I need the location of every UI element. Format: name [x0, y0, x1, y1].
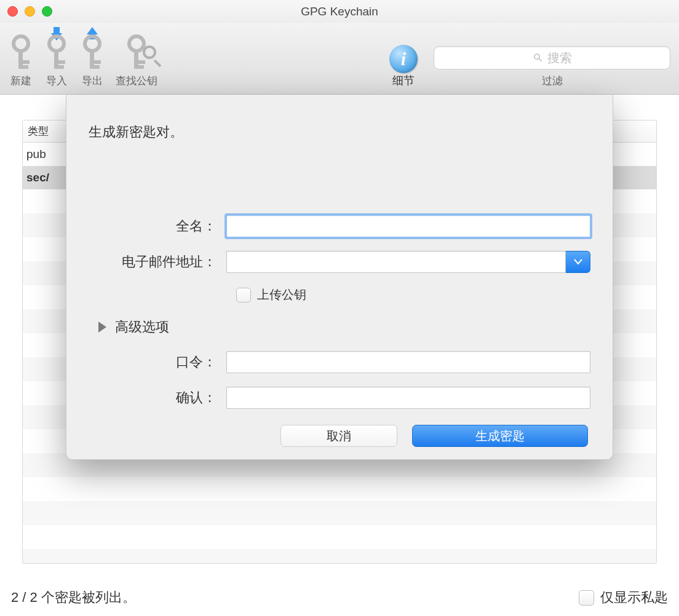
toolbar-filter-label: 过滤	[542, 74, 563, 88]
search-placeholder: 搜索	[547, 50, 572, 66]
window-close-button[interactable]	[7, 6, 18, 17]
upload-publickey-checkbox[interactable]	[236, 288, 251, 302]
cancel-button-label: 取消	[327, 428, 351, 444]
email-dropdown-button[interactable]	[566, 251, 590, 273]
confirm-input[interactable]	[226, 387, 590, 409]
disclosure-triangle-icon	[98, 322, 106, 333]
confirm-label: 确认：	[89, 389, 226, 407]
window-title: GPG Keychain	[0, 5, 679, 18]
search-icon	[533, 52, 544, 63]
email-label: 电子邮件地址：	[89, 253, 226, 271]
key-export-icon	[80, 34, 105, 69]
titlebar: GPG Keychain	[0, 0, 679, 23]
new-key-sheet: 生成新密匙对。 全名： 电子邮件地址： 上传公钥 高级选项 口令： 确认： 取消…	[66, 95, 613, 460]
only-private-checkbox[interactable]	[579, 590, 594, 606]
key-icon	[9, 34, 33, 69]
toolbar-export-label: 导出	[82, 74, 103, 88]
cell-type: sec/	[26, 171, 49, 184]
generate-button[interactable]: 生成密匙	[412, 425, 588, 447]
info-icon: i	[389, 45, 418, 73]
upload-publickey-label: 上传公钥	[257, 286, 306, 303]
toolbar-export-button[interactable]: 导出	[80, 31, 105, 88]
toolbar-import-label: 导入	[46, 74, 67, 88]
toolbar: 新建 导入 导出 查找公钥 i 细节 搜索 过滤	[0, 23, 679, 95]
toolbar-details-label: 细节	[392, 73, 415, 88]
passphrase-input[interactable]	[226, 351, 590, 373]
advanced-disclosure[interactable]: 高级选项	[98, 318, 590, 336]
window-zoom-button[interactable]	[42, 6, 52, 17]
toolbar-find-button[interactable]: 查找公钥	[116, 31, 157, 88]
statusbar: 2 / 2 个密匙被列出。 仅显示私匙	[0, 579, 679, 616]
status-text: 2 / 2 个密匙被列出。	[11, 588, 136, 607]
toolbar-import-button[interactable]: 导入	[44, 31, 69, 88]
search-input[interactable]: 搜索	[434, 46, 670, 69]
key-search-icon	[124, 34, 149, 69]
sheet-title: 生成新密匙对。	[89, 123, 590, 141]
chevron-down-icon	[574, 259, 582, 265]
fullname-label: 全名：	[89, 217, 226, 235]
toolbar-find-label: 查找公钥	[116, 74, 157, 88]
toolbar-new-label: 新建	[10, 74, 31, 88]
fullname-input[interactable]	[226, 215, 590, 237]
window-minimize-button[interactable]	[25, 6, 35, 17]
key-import-icon	[44, 34, 69, 69]
only-private-label: 仅显示私匙	[600, 588, 668, 607]
passphrase-label: 口令：	[89, 353, 226, 371]
column-type-header[interactable]: 类型	[28, 124, 49, 138]
generate-button-label: 生成密匙	[475, 428, 525, 444]
advanced-label: 高级选项	[115, 318, 169, 336]
email-input[interactable]	[226, 251, 566, 273]
toolbar-details-button[interactable]: i 细节	[389, 45, 418, 88]
cell-type: pub	[26, 148, 46, 161]
toolbar-new-button[interactable]: 新建	[9, 31, 33, 88]
cancel-button[interactable]: 取消	[280, 425, 397, 447]
